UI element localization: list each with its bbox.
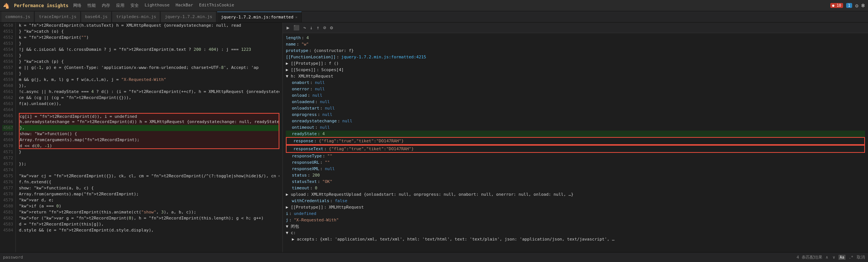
code-line: cg[i] = "fn">t2RecordImprint(d)), i = un… <box>19 113 279 119</box>
prop-line: onloadstart:null <box>286 105 865 111</box>
top-bar: 🐴 Performance insights 网络 性能 内存 应用 安全 Li… <box>0 0 868 11</box>
code-line: ce && (cg || (cg = "fn">t2RecordImprint(… <box>19 95 279 101</box>
code-line <box>19 107 279 113</box>
play-icon[interactable]: ▶ <box>286 25 290 30</box>
right-content: length:4name:"w"prototype:{constructor: … <box>283 33 868 252</box>
app-icon: 🐴 <box>3 3 9 9</box>
prop-line: status:200 <box>286 172 865 178</box>
nav-perf[interactable]: 性能 <box>87 3 96 8</box>
nav-memory[interactable]: 内存 <box>102 3 110 8</box>
tab-tripledes[interactable]: tripledes-min.js <box>112 12 160 22</box>
deactivate-icon[interactable]: ⊘ <box>322 25 327 30</box>
code-line: m && g(j, k, m, l) g = f w(a,c,l,m), j =… <box>19 77 279 83</box>
code-line: "kw">var cj = "fn">t2RecordImprint({}), … <box>19 173 279 179</box>
code-line: "kw">for ("kw">var g = "fn">t2RecordImpr… <box>19 215 279 221</box>
step-out-icon[interactable]: ↑ <box>316 25 320 30</box>
prop-line: ▼ h: XMLHttpRequest <box>286 73 865 79</box>
badge-blue: 1 <box>846 3 852 8</box>
nav-next-icon[interactable]: ∨ <box>831 255 836 260</box>
prop-line: ▶ upload:XMLHttpRequestUpload {onloadsta… <box>286 191 865 198</box>
tab-base64[interactable]: base64.js <box>81 12 112 22</box>
cancel-search-btn[interactable]: 取消 <box>857 254 865 260</box>
code-line <box>19 155 279 161</box>
file-tabs: commons.js traceImprint.js base64.js tri… <box>0 11 868 23</box>
prop-line: ▼ 闭包 <box>286 223 865 230</box>
code-lines: k = "fn">t2RecordImprint(h.statusText) h… <box>16 23 282 252</box>
code-line: }); <box>19 161 279 167</box>
settings-icon[interactable]: ⚙ <box>329 25 334 30</box>
prop-line: i:undefined <box>286 210 865 217</box>
nav-editcookie[interactable]: EditThisCookie <box>199 3 234 8</box>
tab-jquery-min[interactable]: jquery-1.7.2.min.js <box>161 12 216 22</box>
code-line: d << d(0, -1) <box>19 143 279 149</box>
bottom-bar: password 4 条匹配结果 ∧ ∨ Aa .* 取消 <box>0 252 868 262</box>
code-line: "kw">return "fn">t2RecordImprint(this.an… <box>19 209 279 215</box>
code-line <box>19 167 279 173</box>
prop-line: onload:null <box>286 92 865 99</box>
code-line: f.fn.extend({ <box>19 179 279 185</box>
nav-security[interactable]: 安全 <box>130 3 139 8</box>
prop-line: statusText:"OK" <box>286 178 865 185</box>
code-line: k = "fn">t2RecordImprint(h.statusText) h… <box>19 23 279 29</box>
step-over-icon[interactable]: ↷ <box>302 25 307 30</box>
tab-commons[interactable]: commons.js <box>2 12 34 22</box>
prop-line: [[FunctionLocation]]:jquery-1.7.2.min.js… <box>286 54 865 60</box>
tab-label: tripledes-min.js <box>116 14 156 19</box>
code-line: } <box>19 149 279 155</box>
regex-btn[interactable]: .* <box>848 255 854 260</box>
prop-line: responseText:{"flag":"true","tiket":"DO1… <box>286 145 865 153</box>
nav-network[interactable]: 网络 <box>73 3 81 8</box>
prop-line: readyState:4 <box>286 131 865 137</box>
nav-lighthouse[interactable]: Lighthouse <box>145 3 170 8</box>
prop-line: responseXML:null <box>286 166 865 172</box>
code-line: } "kw">catch (o) { <box>19 29 279 35</box>
code-line: } <box>19 41 279 47</box>
app-title: Performance insights <box>14 3 69 8</box>
prop-line: prototype:{constructor: f} <box>286 47 865 54</box>
nav-app[interactable]: 应用 <box>116 3 124 8</box>
main-area: 4550455145524553455445554556455745584559… <box>0 23 868 252</box>
prop-line: withCredentials:false <box>286 198 865 204</box>
code-line: !j && c.isLocal && !c.crossDomain ? j = … <box>19 47 279 53</box>
prop-line: responseURL:"" <box>286 159 865 166</box>
code-line: "kw">var d, e; <box>19 197 279 203</box>
code-line: k = "fn">t2RecordImprint("") <box>19 35 279 41</box>
prop-line: ▶ accepts:{xml: 'application/xml, text/x… <box>286 236 865 242</box>
badge-red: ● 10 <box>830 3 843 8</box>
tab-label: jquery-1.7.2.min.js <box>165 14 212 19</box>
prop-line: timeout:0 <box>286 185 865 191</box>
code-line: e || g(-1, p) e = {Content-Type: 'applic… <box>19 65 279 71</box>
tab-close-icon[interactable]: ✕ <box>295 15 298 19</box>
right-toolbar: ▶ ⬛ ↷ ↓ ↑ ⊘ ⚙ <box>283 23 868 33</box>
stop-icon[interactable]: ⬛ <box>293 25 300 30</box>
prop-line: ▶ [[Scopes]]:Scopes[4] <box>286 67 865 73</box>
tab-label: jquery-1.7.2.min.js:formatted <box>221 15 293 20</box>
prop-line: onloadend:null <box>286 99 865 105</box>
code-line: show: "kw">function(a, b, c) { <box>19 185 279 191</box>
prop-line: responseType:"" <box>286 153 865 159</box>
gear-icon[interactable]: ⚙ <box>855 3 858 9</box>
status-label: password <box>3 255 23 260</box>
nav-prev-icon[interactable]: ∧ <box>825 255 830 260</box>
prop-line: ▼ c: <box>286 230 865 236</box>
code-content: 4550455145524553455445554556455745584559… <box>0 23 282 252</box>
nav-hackbar[interactable]: HackBar <box>176 3 193 8</box>
code-line: h.onreadystatechange = "fn">t2RecordImpr… <box>19 119 279 125</box>
prop-line: onabort:null <box>286 79 865 86</box>
snowflake-icon: ❄ <box>861 2 865 9</box>
tab-traceimprint[interactable]: traceImprint.js <box>35 12 80 22</box>
code-line: } <box>19 71 279 77</box>
prop-line: ▶ [[Prototype]]:f () <box>286 60 865 67</box>
code-line: Array.from(arguments).map("fn">t2RecordI… <box>19 191 279 197</box>
code-panel: 4550455145524553455445554556455745584559… <box>0 23 283 252</box>
case-sensitive-btn[interactable]: Aa <box>839 255 845 260</box>
top-right-controls: ● 10 1 ⚙ ❄ <box>830 2 865 9</box>
tab-label: traceImprint.js <box>39 14 76 19</box>
code-line: }, <box>19 125 279 131</box>
step-into-icon[interactable]: ↓ <box>309 25 314 30</box>
prop-line: onreadystatechange:null <box>286 118 865 124</box>
code-line: Array.from(arguments).map("fn">t2RecordI… <box>19 137 279 143</box>
match-count: 4 条匹配结果 <box>796 254 822 260</box>
tab-jquery-formatted[interactable]: jquery-1.7.2.min.js:formatted ✕ <box>217 12 302 22</box>
code-line: show: "kw">function() { <box>19 131 279 137</box>
